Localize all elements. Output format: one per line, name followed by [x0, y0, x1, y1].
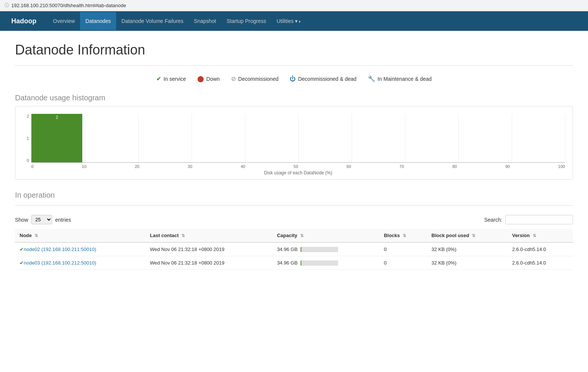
show-label: Show — [15, 217, 28, 223]
col-node[interactable]: Node ⇅ — [15, 229, 145, 242]
nav-utilities[interactable]: Utilities ▾ — [271, 12, 306, 30]
search-area: Search: — [484, 215, 573, 224]
search-label: Search: — [484, 217, 502, 223]
decommissioned-label: Decommissioned — [238, 76, 278, 82]
status-in-service: ✔ In service — [156, 75, 186, 82]
histogram-bar: 2 — [32, 114, 82, 162]
x-label-80: 80 — [452, 164, 457, 169]
cell-last-contact: Wed Nov 06 21:32:18 +0800 2019 — [145, 242, 272, 256]
col-version[interactable]: Version ⇅ — [508, 229, 573, 242]
table-header: Node ⇅ Last contact ⇅ Capacity ⇅ Blocks … — [15, 229, 573, 242]
grid-line-90 — [512, 114, 512, 162]
grid-line-40 — [245, 114, 245, 162]
in-operation-title: In operation — [15, 191, 573, 200]
y-label-2: 2 — [27, 114, 29, 118]
col-blocks[interactable]: Blocks ⇅ — [379, 229, 427, 242]
x-label-90: 90 — [505, 164, 510, 169]
x-label-20: 20 — [135, 164, 139, 169]
node-check-icon: ✔ — [20, 260, 24, 266]
status-decommissioned-dead: ⏻ Decommissioned & dead — [290, 76, 357, 82]
grid-line-70 — [405, 114, 405, 162]
cell-version: 2.6.0-cdh5.14.0 — [508, 242, 573, 256]
down-label: Down — [206, 76, 220, 82]
navbar: Hadoop Overview Datanodes Datanode Volum… — [0, 11, 588, 31]
capacity-bar-bg — [301, 247, 338, 252]
entries-select[interactable]: 10 25 50 100 — [31, 215, 52, 224]
x-label-30: 30 — [188, 164, 192, 169]
cell-block-pool-used: 32 KB (0%) — [427, 256, 508, 270]
down-icon: ⬤ — [197, 75, 204, 82]
cell-node: ✔node02 (192.168.100.211:50010) — [15, 242, 145, 256]
cell-blocks: 0 — [379, 256, 427, 270]
x-label-0: 0 — [31, 164, 33, 169]
x-label-100: 100 — [558, 164, 565, 169]
capacity-bar-fill — [301, 247, 301, 252]
title-divider — [15, 65, 573, 66]
capacity-value: 34.96 GB — [277, 260, 298, 266]
grid-line-50 — [298, 114, 299, 162]
nav-datanodes[interactable]: Datanodes — [80, 12, 116, 30]
node-link[interactable]: node03 (192.168.100.212:50010) — [24, 260, 96, 266]
grid-line-100 — [565, 114, 565, 162]
table-controls: Show 10 25 50 100 entries Search: — [15, 215, 573, 224]
in-service-label: In service — [163, 76, 186, 82]
search-input[interactable] — [505, 215, 573, 224]
x-label-50: 50 — [293, 164, 298, 169]
cell-block-pool-used: 32 KB (0%) — [427, 242, 508, 256]
sort-pool-icon: ⇅ — [472, 233, 475, 238]
cell-blocks: 0 — [379, 242, 427, 256]
main-content: Datanode Information ✔ In service ⬤ Down… — [0, 31, 588, 281]
histogram-container: 2 1 0 2 — [15, 106, 573, 180]
sort-capacity-icon: ⇅ — [300, 233, 304, 238]
cell-capacity: 34.96 GB — [272, 256, 379, 270]
sort-node-icon: ⇅ — [35, 233, 38, 238]
maintenance-dead-label: In Maintenance & dead — [378, 76, 432, 82]
node-check-icon: ✔ — [20, 246, 24, 252]
col-block-pool-used[interactable]: Block pool used ⇅ — [427, 229, 508, 242]
nav-startup-progress[interactable]: Startup Progress — [221, 12, 271, 30]
decommissioned-dead-icon: ⏻ — [290, 76, 296, 82]
table-row: ✔node02 (192.168.100.211:50010)Wed Nov 0… — [15, 242, 573, 256]
security-icon: ⓘ — [5, 2, 9, 9]
grid-line-30 — [192, 114, 192, 162]
capacity-bar-bg — [301, 260, 338, 266]
cell-node: ✔node03 (192.168.100.212:50010) — [15, 256, 145, 270]
datanode-table: Node ⇅ Last contact ⇅ Capacity ⇅ Blocks … — [15, 229, 573, 270]
status-down: ⬤ Down — [197, 75, 220, 82]
y-label-1: 1 — [27, 136, 29, 141]
node-link[interactable]: node02 (192.168.100.211:50010) — [24, 246, 96, 252]
brand-logo: Hadoop — [8, 12, 40, 30]
cell-capacity: 34.96 GB — [272, 242, 379, 256]
operation-divider — [15, 205, 573, 206]
sort-contact-icon: ⇅ — [181, 233, 185, 238]
show-entries: Show 10 25 50 100 entries — [15, 215, 71, 224]
y-label-0: 0 — [27, 158, 29, 163]
nav-overview[interactable]: Overview — [48, 12, 80, 30]
grid-line-80 — [458, 114, 459, 162]
status-maintenance-dead: 🔧 In Maintenance & dead — [368, 75, 432, 82]
maintenance-dead-icon: 🔧 — [368, 75, 375, 82]
page-title: Datanode Information — [15, 42, 573, 58]
nav-datanode-volume-failures[interactable]: Datanode Volume Failures — [116, 12, 189, 30]
grid-line-20 — [138, 114, 139, 162]
x-label-70: 70 — [399, 164, 404, 169]
decommissioned-dead-label: Decommissioned & dead — [298, 76, 357, 82]
nav-utilities-dropdown[interactable]: Utilities ▾ — [271, 12, 306, 30]
col-capacity[interactable]: Capacity ⇅ — [272, 229, 379, 242]
nav-snapshot[interactable]: Snapshot — [189, 12, 221, 30]
x-label-40: 40 — [240, 164, 245, 169]
sort-version-icon: ⇅ — [533, 233, 536, 238]
capacity-bar-fill — [301, 260, 301, 266]
sort-blocks-icon: ⇅ — [403, 233, 406, 238]
grid-line-60 — [352, 114, 352, 162]
cell-version: 2.6.0-cdh5.14.0 — [508, 256, 573, 270]
col-last-contact[interactable]: Last contact ⇅ — [145, 229, 272, 242]
status-legend: ✔ In service ⬤ Down ⊘ Decommissioned ⏻ D… — [15, 75, 573, 82]
entries-suffix: entries — [55, 217, 71, 223]
table-body: ✔node02 (192.168.100.211:50010)Wed Nov 0… — [15, 242, 573, 270]
decommissioned-icon: ⊘ — [231, 75, 236, 82]
grid-line-10 — [85, 114, 85, 162]
histogram-title: Datanode usage histogram — [15, 94, 573, 102]
status-decommissioned: ⊘ Decommissioned — [231, 75, 278, 82]
address-bar: ⓘ 192.168.100.210:50070/dfshealth.html#t… — [0, 0, 588, 11]
